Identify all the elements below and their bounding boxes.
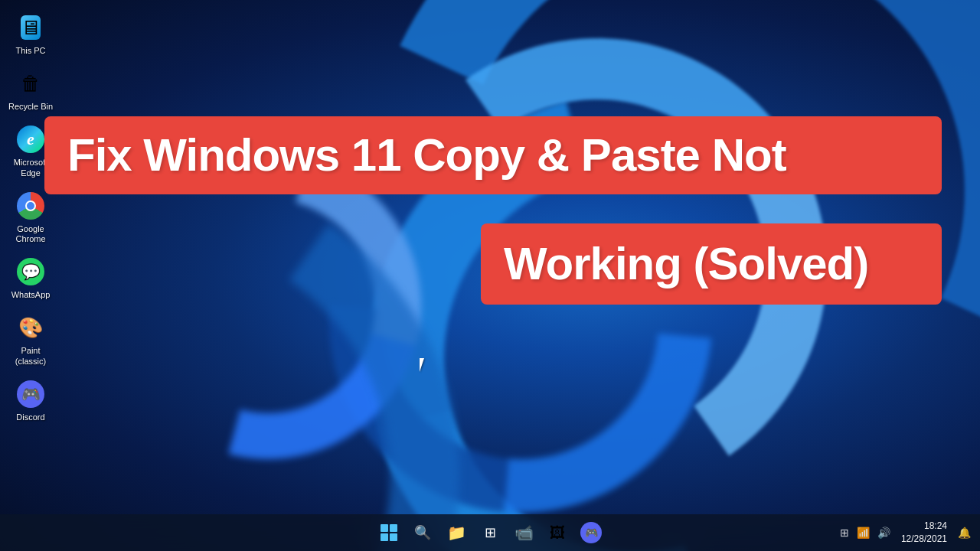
whatsapp-icon <box>15 256 46 287</box>
recycle-bin-icon <box>15 68 46 99</box>
icon-this-pc[interactable]: This PC <box>3 8 58 60</box>
notification-icon[interactable]: 🔔 <box>955 523 974 542</box>
tray-speaker-icon: 🔊 <box>874 523 893 542</box>
discord-taskbar-icon: 🎮 <box>580 522 602 543</box>
paint-icon <box>15 312 46 343</box>
banner-text-line2: Working (Solved) <box>504 239 919 289</box>
meet-now-button[interactable]: 📹 <box>508 517 539 548</box>
clock-time: 18:24 <box>901 520 947 533</box>
desktop: This PC Recycle Bin Microsoft Edge Googl… <box>0 0 980 551</box>
icon-whatsapp[interactable]: WhatsApp <box>3 252 58 305</box>
this-pc-label: This PC <box>15 46 45 56</box>
icon-google-chrome[interactable]: Google Chrome <box>3 186 58 249</box>
photos-button[interactable]: 🖼 <box>542 517 573 548</box>
system-tray: ⊞ 📶 🔊 18:24 12/28/2021 🔔 <box>837 520 980 546</box>
discord-label: Discord <box>16 412 44 422</box>
banner-text-line1: Fix Windows 11 Copy & Paste Not <box>67 130 919 181</box>
photos-icon: 🖼 <box>550 524 565 542</box>
this-pc-icon <box>15 12 46 43</box>
widgets-icon: ⊞ <box>485 524 496 541</box>
file-explorer-button[interactable]: 📁 <box>441 517 472 548</box>
microsoft-edge-icon <box>15 124 46 155</box>
search-button[interactable]: 🔍 <box>407 517 438 548</box>
paint-label: Paint (classic) <box>6 346 55 366</box>
file-explorer-icon: 📁 <box>447 523 466 542</box>
system-clock[interactable]: 18:24 12/28/2021 <box>895 520 953 546</box>
icon-paint-classic[interactable]: Paint (classic) <box>3 308 58 370</box>
discord-taskbar-button[interactable]: 🎮 <box>576 517 606 548</box>
windows-logo-icon <box>381 524 397 541</box>
recycle-bin-label: Recycle Bin <box>8 102 53 112</box>
meet-now-icon: 📹 <box>514 523 534 542</box>
clock-date: 12/28/2021 <box>901 533 947 546</box>
start-button[interactable] <box>374 517 404 548</box>
chrome-label: Google Chrome <box>6 224 55 244</box>
icon-recycle-bin[interactable]: Recycle Bin <box>3 64 58 116</box>
search-icon: 🔍 <box>414 524 431 541</box>
icon-discord[interactable]: Discord <box>3 374 58 427</box>
widgets-button[interactable]: ⊞ <box>475 517 505 548</box>
discord-icon <box>15 379 46 409</box>
taskbar-center: 🔍 📁 ⊞ 📹 🖼 🎮 <box>374 517 606 548</box>
title-banner-line1: Fix Windows 11 Copy & Paste Not <box>44 116 942 194</box>
title-banner-line2: Working (Solved) <box>481 223 942 305</box>
google-chrome-icon <box>15 191 46 221</box>
tray-system-icon-1: ⊞ <box>837 523 852 542</box>
desktop-icon-area: This PC Recycle Bin Microsoft Edge Googl… <box>0 0 61 427</box>
taskbar: 🔍 📁 ⊞ 📹 🖼 🎮 ⊞ <box>0 514 980 551</box>
whatsapp-label: WhatsApp <box>11 290 51 300</box>
tray-system-icon-2: 📶 <box>854 523 873 542</box>
